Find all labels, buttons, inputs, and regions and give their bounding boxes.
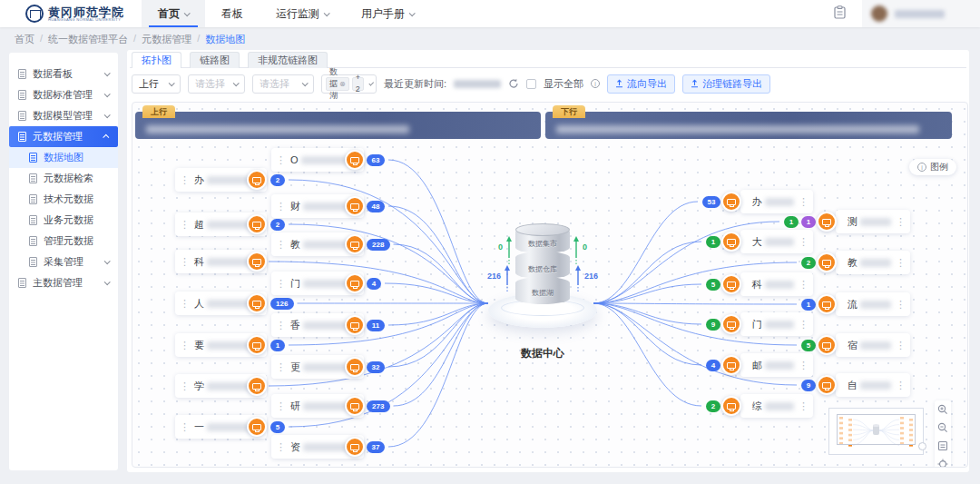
nav-item-dashboard[interactable]: 看板 [205,0,260,27]
kebab-menu-icon[interactable]: ⋮ [175,174,194,186]
node-card[interactable]: 教⋮ [836,251,910,274]
monitor-icon[interactable] [247,335,267,355]
show-all-checkbox[interactable] [526,79,536,89]
sidebar-item-technical-metadata[interactable]: 技术元数据 [9,189,118,210]
kebab-menu-icon[interactable]: ⋮ [175,256,194,268]
node-card[interactable]: 门⋮ [740,312,813,336]
zoom-out-icon[interactable] [937,422,949,434]
kebab-menu-icon[interactable]: ⋮ [175,421,194,433]
nav-item-monitoring[interactable]: 运行监测 [260,0,345,27]
monitor-icon[interactable] [345,396,365,416]
node-card[interactable]: 自⋮ [836,373,910,397]
monitor-icon[interactable] [345,150,365,170]
kebab-menu-icon[interactable]: ⋮ [794,196,813,208]
minimap[interactable] [828,408,924,455]
filter-select-3[interactable]: 请选择 [252,74,314,94]
filter-select-2[interactable]: 请选择 [188,74,245,94]
node-card[interactable]: 办⋮ [740,190,813,213]
kebab-menu-icon[interactable]: ⋮ [794,319,813,331]
user-menu[interactable] [862,0,980,27]
monitor-icon[interactable] [721,396,741,416]
monitor-icon[interactable] [721,355,741,375]
tab-topology[interactable]: 拓扑图 [132,52,181,68]
node-card[interactable]: 宿⋮ [836,333,910,357]
monitor-icon[interactable] [817,252,837,272]
datasource-select[interactable]: 数据湖⊗ + 2 [321,74,377,94]
monitor-icon[interactable] [345,315,365,335]
sidebar-item-metadata-management[interactable]: 元数据管理 [9,126,118,147]
flow-export-button[interactable]: 流向导出 [607,74,675,94]
monitor-icon[interactable] [817,375,837,395]
locate-icon[interactable] [937,459,949,469]
kebab-menu-icon[interactable]: ⋮ [271,154,290,166]
minimap-resize-handle[interactable] [918,442,926,450]
zoom-in-icon[interactable] [937,404,949,416]
topology-graph-panel[interactable]: 00216216 上行 下行 数据集市 数据仓库 数据湖 数据中心 2⋮办2⋮超… [132,102,968,468]
sidebar-item-data-map[interactable]: 数据地图 [9,147,118,168]
monitor-icon[interactable] [721,232,741,252]
monitor-icon[interactable] [817,212,837,232]
kebab-menu-icon[interactable]: ⋮ [271,320,290,331]
monitor-icon[interactable] [721,314,741,334]
monitor-icon[interactable] [247,252,267,272]
kebab-menu-icon[interactable]: ⋮ [175,380,194,392]
monitor-icon[interactable] [247,376,267,396]
breadcrumb-item[interactable]: 元数据管理 [142,33,191,46]
kebab-menu-icon[interactable]: ⋮ [271,441,290,453]
monitor-icon[interactable] [247,293,267,313]
clipboard-icon[interactable] [834,5,846,22]
sidebar-item-business-metadata[interactable]: 业务元数据 [9,210,118,231]
info-icon[interactable]: i [591,79,600,88]
monitor-icon[interactable] [721,274,741,294]
kebab-menu-icon[interactable]: ⋮ [271,201,290,212]
sidebar-item-management-metadata[interactable]: 管理元数据 [9,231,118,252]
direction-select[interactable]: 上行 [132,74,181,94]
sidebar-item-data-dashboard[interactable]: 数据看板 [9,64,118,84]
kebab-menu-icon[interactable]: ⋮ [891,257,910,269]
tag-close-icon[interactable]: ⊗ [339,78,346,90]
sidebar-item-master-data[interactable]: 主数据管理 [9,272,118,293]
monitor-icon[interactable] [721,192,741,212]
sidebar-item-collection-management[interactable]: 采集管理 [9,252,118,272]
governance-link-export-button[interactable]: 治理链路导出 [682,74,770,94]
breadcrumb-item[interactable]: 首页 [15,33,34,46]
monitor-icon[interactable] [817,335,837,355]
monitor-icon[interactable] [345,273,365,293]
kebab-menu-icon[interactable]: ⋮ [271,278,290,290]
monitor-icon[interactable] [345,234,365,254]
monitor-icon[interactable] [247,417,267,437]
kebab-menu-icon[interactable]: ⋮ [891,299,910,311]
kebab-menu-icon[interactable]: ⋮ [794,360,813,371]
kebab-menu-icon[interactable]: ⋮ [175,340,194,351]
kebab-menu-icon[interactable]: ⋮ [175,219,194,231]
kebab-menu-icon[interactable]: ⋮ [271,361,290,373]
node-card[interactable]: 流⋮ [836,292,910,316]
monitor-icon[interactable] [817,294,837,314]
node-card[interactable]: 大⋮ [740,230,813,253]
tab-nonstandard-link[interactable]: 非规范链路图 [248,52,328,68]
monitor-icon[interactable] [247,214,267,234]
legend-button[interactable]: i 图例 [909,159,956,175]
breadcrumb-item[interactable]: 统一数据管理平台 [48,33,128,46]
kebab-menu-icon[interactable]: ⋮ [891,216,910,228]
node-card[interactable]: 邮⋮ [740,353,813,377]
sidebar-item-data-standard[interactable]: 数据标准管理 [9,84,118,105]
kebab-menu-icon[interactable]: ⋮ [794,279,813,291]
kebab-menu-icon[interactable]: ⋮ [271,239,290,251]
monitor-icon[interactable] [345,357,365,377]
node-card[interactable]: 测⋮ [836,210,910,233]
kebab-menu-icon[interactable]: ⋮ [891,340,910,351]
fit-view-icon[interactable] [937,440,949,452]
monitor-icon[interactable] [345,437,365,457]
refresh-icon[interactable] [508,78,519,89]
kebab-menu-icon[interactable]: ⋮ [271,400,290,412]
avatar[interactable] [871,5,887,22]
monitor-icon[interactable] [345,196,365,216]
kebab-menu-icon[interactable]: ⋮ [794,400,813,412]
node-card[interactable]: 科⋮ [740,272,813,296]
kebab-menu-icon[interactable]: ⋮ [175,298,194,310]
sidebar-item-metadata-search[interactable]: 元数据检索 [9,168,118,189]
kebab-menu-icon[interactable]: ⋮ [891,380,910,391]
monitor-icon[interactable] [247,170,267,190]
tab-link-diagram[interactable]: 链路图 [190,52,240,68]
